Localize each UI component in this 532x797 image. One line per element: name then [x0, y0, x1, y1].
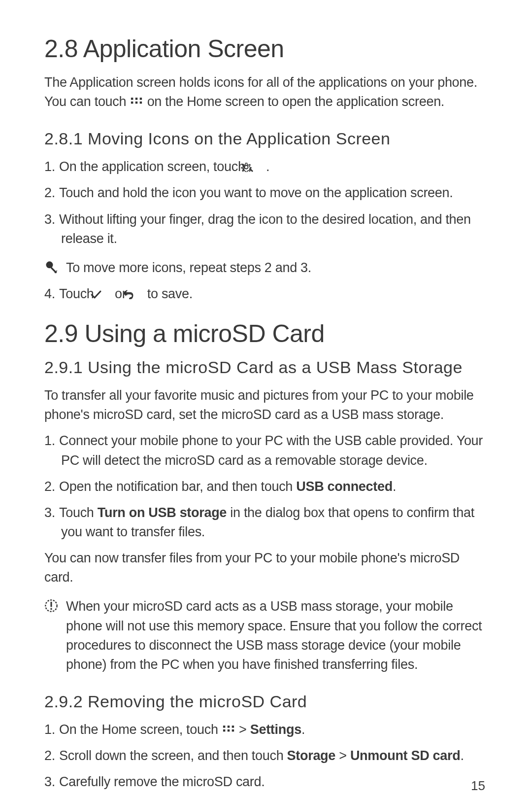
text: Touch — [59, 505, 98, 520]
step-number: 3. — [44, 503, 59, 522]
text: Scroll down the screen, and then touch — [59, 748, 287, 763]
tip-icon — [44, 260, 58, 274]
heading-2-9: 2.9 Using a microSD Card — [44, 319, 488, 348]
svg-rect-10 — [50, 608, 52, 610]
svg-point-6 — [244, 166, 248, 169]
text: Carefully remove the microSD card. — [59, 774, 265, 789]
list-item: 3.Touch Turn on USB storage in the dialo… — [44, 503, 488, 542]
svg-rect-1 — [135, 98, 137, 100]
list-item: 2.Scroll down the screen, and then touch… — [44, 746, 488, 765]
steps-2-8-1b: 4.Touch or to save. — [44, 284, 488, 304]
step-number: 1. — [44, 157, 59, 176]
step-number: 1. — [44, 431, 59, 450]
steps-2-8-1: 1.On the application screen, touch . 2.T… — [44, 157, 488, 248]
list-item: 1.On the Home screen, touch > Settings. — [44, 720, 488, 739]
page-number: 15 — [471, 778, 485, 794]
steps-2-9-1: 1.Connect your mobile phone to your PC w… — [44, 431, 488, 542]
text: to save. — [147, 286, 193, 301]
svg-rect-16 — [232, 729, 234, 731]
svg-rect-9 — [50, 602, 52, 607]
svg-rect-12 — [228, 726, 230, 728]
heading-2-8: 2.8 Application Screen — [44, 35, 488, 63]
bold-text: Settings — [250, 722, 301, 737]
list-item: 4.Touch or to save. — [44, 284, 488, 304]
warning-icon — [44, 599, 58, 613]
bold-text: USB connected — [296, 479, 393, 494]
step-number: 3. — [44, 210, 59, 229]
step-number: 2. — [44, 477, 59, 496]
back-undo-icon — [130, 285, 144, 295]
text: Connect your mobile phone to your PC wit… — [59, 433, 483, 467]
bold-text: Unmount SD card — [350, 748, 461, 763]
text: . — [393, 479, 396, 494]
tip-text: To move more icons, repeat steps 2 and 3… — [66, 258, 488, 277]
svg-rect-4 — [135, 102, 137, 104]
list-item: 1.On the application screen, touch . — [44, 157, 488, 176]
heading-2-9-1: 2.9.1 Using the microSD Card as a USB Ma… — [44, 358, 488, 377]
step-number: 3. — [44, 772, 59, 792]
text: on the Home screen to open the applicati… — [147, 94, 444, 109]
text: . — [460, 748, 464, 763]
svg-rect-11 — [223, 726, 225, 728]
heading-2-9-2: 2.9.2 Removing the microSD Card — [44, 692, 488, 711]
check-icon — [98, 285, 111, 295]
step-number: 2. — [44, 746, 59, 765]
paragraph-2-9-1-intro: To transfer all your favorite music and … — [44, 386, 488, 424]
svg-rect-15 — [228, 729, 230, 731]
step-number: 4. — [44, 284, 59, 304]
list-item: 3.Carefully remove the microSD card. — [44, 772, 488, 792]
text: > — [239, 722, 250, 737]
text: Open the notification bar, and then touc… — [59, 479, 296, 494]
list-item: 3.Without lifting your finger, drag the … — [44, 210, 488, 248]
text: On the Home screen, touch — [59, 722, 222, 737]
warning-note: When your microSD card acts as a USB mas… — [44, 597, 488, 674]
gear-edit-icon — [249, 158, 263, 168]
svg-rect-0 — [131, 98, 133, 100]
apps-grid-icon — [222, 721, 235, 731]
svg-rect-14 — [223, 729, 225, 731]
svg-rect-2 — [140, 98, 142, 100]
step-number: 2. — [44, 183, 59, 203]
text: . — [266, 159, 269, 174]
text: . — [301, 722, 305, 737]
warning-text: When your microSD card acts as a USB mas… — [66, 597, 488, 674]
bold-text: Turn on USB storage — [98, 505, 227, 520]
svg-rect-5 — [140, 102, 142, 104]
text: > — [335, 748, 350, 763]
text: Touch and hold the icon you want to move… — [59, 185, 453, 200]
list-item: 2.Touch and hold the icon you want to mo… — [44, 183, 488, 203]
svg-rect-13 — [232, 726, 234, 728]
list-item: 2.Open the notification bar, and then to… — [44, 477, 488, 496]
svg-rect-3 — [131, 102, 133, 104]
text: Without lifting your finger, drag the ic… — [59, 212, 471, 246]
apps-grid-icon — [130, 93, 143, 103]
heading-2-8-1: 2.8.1 Moving Icons on the Application Sc… — [44, 129, 488, 148]
step-number: 1. — [44, 720, 59, 739]
tip-note: To move more icons, repeat steps 2 and 3… — [44, 258, 488, 277]
list-item: 1.Connect your mobile phone to your PC w… — [44, 431, 488, 470]
document-page: 2.8 Application Screen The Application s… — [0, 0, 532, 797]
paragraph-2-8-intro: The Application screen holds icons for a… — [44, 73, 488, 111]
steps-2-9-2: 1.On the Home screen, touch > Settings. … — [44, 720, 488, 792]
paragraph-2-9-1-after: You can now transfer files from your PC … — [44, 549, 488, 587]
bold-text: Storage — [287, 748, 335, 763]
text: On the application screen, touch — [59, 159, 249, 174]
